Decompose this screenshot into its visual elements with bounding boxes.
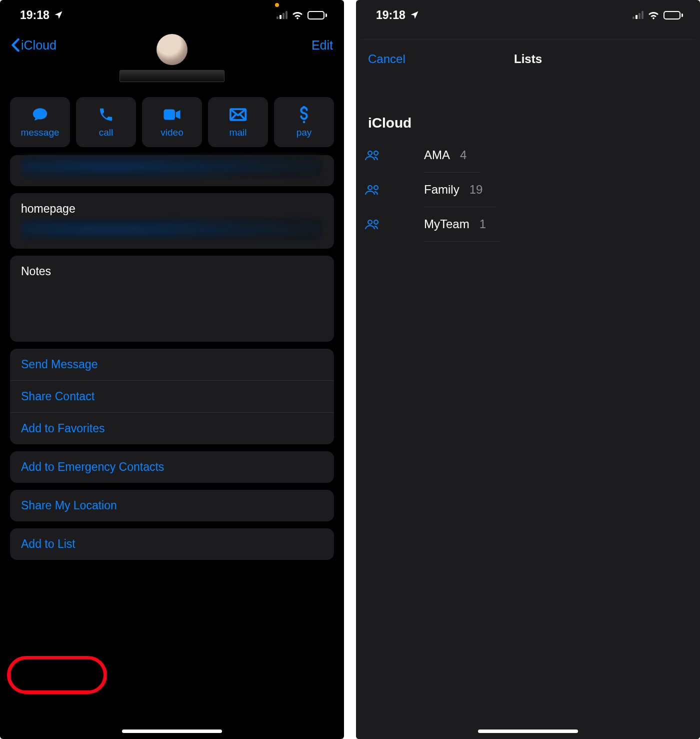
location-card: Share My Location (10, 490, 334, 521)
notes-label: Notes (21, 265, 51, 278)
annotation-highlight (7, 656, 107, 694)
svg-rect-0 (164, 110, 176, 120)
video-label: video (160, 127, 183, 138)
mic-indicator-dot (275, 3, 279, 7)
homepage-card[interactable]: homepage (10, 193, 334, 249)
add-emergency-button[interactable]: Add to Emergency Contacts (10, 451, 334, 483)
status-bar: 19:18 (0, 0, 344, 30)
call-label: call (99, 127, 114, 138)
emergency-card: Add to Emergency Contacts (10, 451, 334, 483)
svg-point-3 (374, 151, 378, 155)
list-count: 19 (470, 183, 485, 197)
video-button[interactable]: video (142, 97, 202, 147)
mail-label: mail (230, 127, 247, 138)
pay-button[interactable]: pay (274, 97, 334, 147)
video-icon (163, 106, 181, 123)
svg-point-6 (368, 220, 372, 224)
home-indicator[interactable] (122, 729, 222, 733)
sheet-header: Cancel Lists (356, 40, 700, 76)
svg-point-7 (374, 220, 378, 224)
right-phone: 19:18 Cancel Lists iCloud (356, 0, 700, 739)
list-count: 1 (480, 217, 488, 231)
pay-icon (298, 106, 310, 123)
list-item[interactable]: Family 19 (356, 173, 700, 207)
home-indicator[interactable] (478, 729, 578, 733)
call-button[interactable]: call (76, 97, 136, 147)
cell-signal-icon (632, 11, 644, 19)
contact-name-redacted (120, 70, 224, 82)
quick-action-row: message call video mail pay (0, 82, 344, 155)
share-location-button[interactable]: Share My Location (10, 490, 334, 521)
status-bar: 19:18 (356, 0, 700, 30)
list-name: MyTeam (424, 217, 470, 231)
message-icon (31, 106, 49, 123)
location-icon (410, 10, 420, 20)
list-name: Family (424, 183, 460, 197)
contact-avatar[interactable] (156, 34, 188, 65)
lists-sheet: Cancel Lists iCloud AMA 4 Family (356, 40, 700, 739)
location-icon (54, 10, 64, 20)
svg-point-5 (374, 186, 378, 190)
share-actions-card: Send Message Share Contact Add to Favori… (10, 349, 334, 444)
message-button[interactable]: message (10, 97, 70, 147)
add-to-list-card: Add to List (10, 528, 334, 560)
list-item[interactable]: AMA 4 (356, 138, 700, 173)
status-time: 19:18 (20, 9, 50, 22)
svg-point-4 (368, 186, 372, 190)
send-message-button[interactable]: Send Message (10, 349, 334, 381)
group-icon (356, 185, 390, 196)
add-to-list-button[interactable]: Add to List (10, 528, 334, 560)
status-time: 19:18 (376, 9, 406, 22)
back-button[interactable]: iCloud (11, 38, 56, 53)
mail-icon (229, 106, 247, 123)
svg-point-2 (368, 151, 372, 155)
list-name: AMA (424, 148, 450, 162)
group-icon (356, 219, 390, 230)
pay-label: pay (296, 127, 312, 138)
back-label: iCloud (21, 38, 56, 53)
section-header-icloud: iCloud (356, 76, 700, 138)
message-label: message (20, 127, 59, 138)
notes-card[interactable]: Notes (10, 256, 334, 342)
sheet-title: Lists (428, 52, 628, 66)
share-contact-button[interactable]: Share Contact (10, 381, 334, 413)
wifi-icon (292, 10, 304, 20)
homepage-label: homepage (10, 193, 334, 219)
battery-icon (664, 11, 683, 20)
add-favorites-button[interactable]: Add to Favorites (10, 413, 334, 444)
battery-icon (308, 11, 327, 20)
left-phone: 19:18 iCloud Edit (0, 0, 344, 739)
edit-button[interactable]: Edit (312, 38, 333, 53)
phone-icon (98, 106, 114, 123)
lists-list: AMA 4 Family 19 MyTeam 1 (356, 138, 700, 242)
cell-signal-icon (276, 11, 288, 19)
group-icon (356, 150, 390, 161)
info-field-redacted (10, 155, 334, 186)
cancel-button[interactable]: Cancel (368, 52, 428, 66)
list-item[interactable]: MyTeam 1 (356, 207, 700, 242)
mail-button[interactable]: mail (208, 97, 268, 147)
list-count: 4 (460, 148, 468, 162)
wifi-icon (648, 10, 660, 20)
